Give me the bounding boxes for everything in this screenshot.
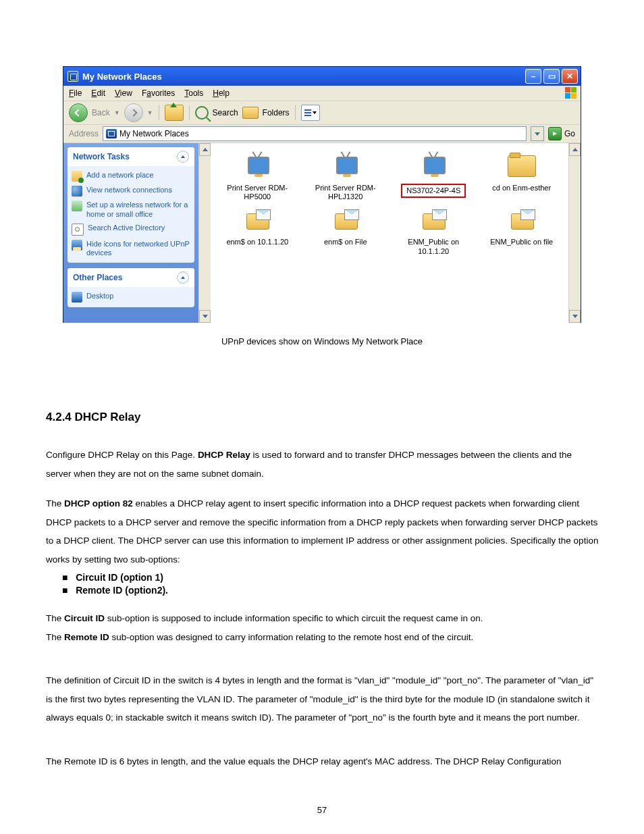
network-item[interactable]: ENM_Public on file — [481, 208, 564, 255]
window-icon — [68, 71, 78, 82]
other-places-header[interactable]: Other Places — [68, 268, 194, 287]
menu-edit[interactable]: Edit — [91, 88, 105, 98]
collapse-icon[interactable] — [177, 151, 189, 163]
task-add-place[interactable]: Add a network place — [72, 169, 190, 184]
address-value: My Network Places — [119, 129, 189, 138]
share-icon — [331, 208, 360, 235]
bullet-list: ■ Circuit ID (option 1) ■ Remote ID (opt… — [62, 570, 168, 598]
text: sub-option is supposed to include inform… — [105, 613, 483, 623]
network-item[interactable]: enm$ on 10.1.1.20 — [216, 208, 299, 255]
close-button[interactable]: ✕ — [562, 69, 578, 84]
explorer-window: My Network Places – ▭ ✕ File Edit View F… — [63, 66, 581, 323]
scroll-up-icon[interactable] — [569, 143, 581, 156]
content-area: Print Server RDM-HP5000Print Server RDM-… — [211, 143, 568, 323]
item-label: cd on Enm-esther — [481, 184, 564, 192]
address-bar: Address My Network Places Go — [63, 125, 581, 143]
scroll-down-icon[interactable] — [569, 310, 581, 323]
content-scrollbar[interactable] — [568, 143, 581, 323]
task-hide-upnp[interactable]: Hide icons for networked UPnP devices — [72, 238, 190, 261]
paragraph-3: The Circuit ID sub-option is supposed to… — [46, 609, 599, 646]
menu-help[interactable]: Help — [213, 88, 230, 98]
paragraph-2: The DHCP option 82 enables a DHCP relay … — [46, 494, 599, 569]
device-icon — [330, 153, 361, 181]
system-buttons: – ▭ ✕ — [525, 69, 578, 84]
item-label: enm$ on File — [304, 238, 387, 246]
text: sub-option was designed to carry informa… — [109, 632, 474, 642]
network-tasks-header[interactable]: Network Tasks — [68, 147, 194, 166]
views-button[interactable] — [301, 105, 320, 121]
task-search-ad[interactable]: Search Active Directory — [72, 221, 190, 238]
text: The — [46, 632, 64, 642]
paragraph-1: Configure DHCP Relay on this Page. DHCP … — [46, 446, 599, 483]
task-wireless[interactable]: Set up a wireless network for a home or … — [72, 199, 190, 221]
menu-favorites[interactable]: Favorites — [142, 88, 175, 98]
search-ad-icon — [72, 224, 84, 236]
add-place-icon — [72, 171, 82, 182]
scroll-up-icon[interactable] — [199, 143, 211, 156]
task-label: Set up a wireless network for a home or … — [86, 201, 190, 219]
scroll-down-icon[interactable] — [199, 310, 211, 323]
network-tasks-card: Network Tasks Add a network place View n… — [68, 147, 194, 263]
window-title: My Network Places — [82, 72, 162, 82]
menu-file[interactable]: File — [69, 88, 82, 98]
network-item[interactable]: cd on Enm-esther — [481, 153, 564, 201]
device-icon — [242, 153, 273, 181]
wireless-icon — [72, 201, 82, 211]
bullet-item: ■ Circuit ID (option 1) — [62, 572, 168, 583]
network-item[interactable]: enm$ on File — [304, 208, 387, 255]
other-places-title: Other Places — [73, 273, 122, 282]
address-label: Address — [69, 129, 99, 138]
up-button[interactable] — [165, 105, 184, 121]
text-bold: DHCP option 82 — [64, 498, 133, 509]
folder-icon — [507, 155, 537, 181]
paragraph-4: The definition of Circuit ID in the swit… — [46, 671, 599, 727]
folders-label[interactable]: Folders — [263, 108, 290, 118]
address-dropdown[interactable] — [531, 126, 544, 141]
text: The — [46, 613, 64, 623]
item-label: NS3702-24P-4S — [401, 184, 466, 198]
back-button[interactable] — [69, 103, 88, 122]
title-bar[interactable]: My Network Places – ▭ ✕ — [63, 67, 581, 86]
folders-icon[interactable] — [242, 107, 259, 119]
other-places-card: Other Places Desktop — [68, 268, 194, 307]
section-title: DHCP Relay — [75, 411, 141, 423]
back-dropdown[interactable]: ▼ — [114, 109, 120, 116]
bullet-item: ■ Remote ID (option2). — [62, 585, 168, 596]
device-icon — [418, 153, 449, 181]
search-label[interactable]: Search — [213, 108, 238, 118]
place-desktop[interactable]: Desktop — [72, 290, 190, 305]
forward-dropdown[interactable]: ▼ — [147, 109, 153, 116]
task-label: View network connections — [86, 186, 172, 195]
collapse-icon[interactable] — [177, 271, 189, 284]
section-number: 4.2.4 — [46, 411, 72, 423]
text: Configure DHCP Relay on this Page. — [46, 450, 198, 460]
network-item[interactable]: Print Server RDM-HPLJ1320 — [304, 153, 387, 201]
task-label: Search Active Directory — [88, 224, 165, 233]
task-view-connections[interactable]: View network connections — [72, 184, 190, 199]
network-tasks-title: Network Tasks — [73, 152, 130, 161]
network-item[interactable]: NS3702-24P-4S — [392, 153, 475, 201]
network-item[interactable]: Print Server RDM-HP5000 — [216, 153, 299, 201]
upnp-icon — [72, 240, 82, 251]
menu-view[interactable]: View — [115, 88, 132, 98]
search-icon[interactable] — [195, 106, 209, 120]
bullet-label: Circuit ID (option 1) — [76, 572, 163, 583]
menu-bar: File Edit View Favorites Tools Help — [63, 86, 581, 101]
maximize-button[interactable]: ▭ — [543, 69, 560, 84]
back-label: Back — [92, 108, 110, 118]
minimize-button[interactable]: – — [525, 69, 541, 84]
item-label: ENM_Public on 10.1.1.20 — [392, 238, 475, 255]
text-bold: Remote ID — [64, 632, 109, 642]
globe-icon — [72, 186, 82, 197]
text: The — [46, 498, 64, 509]
windows-logo-icon — [564, 86, 578, 100]
menu-tools[interactable]: Tools — [184, 88, 203, 98]
forward-button[interactable] — [124, 103, 143, 122]
network-item[interactable]: ENM_Public on 10.1.1.20 — [392, 208, 475, 255]
go-button[interactable]: Go — [548, 127, 575, 140]
side-scrollbar[interactable] — [198, 143, 211, 323]
address-input[interactable]: My Network Places — [103, 126, 527, 141]
text-bold: Circuit ID — [64, 613, 105, 623]
item-label: enm$ on 10.1.1.20 — [216, 238, 299, 246]
share-icon — [242, 208, 272, 235]
